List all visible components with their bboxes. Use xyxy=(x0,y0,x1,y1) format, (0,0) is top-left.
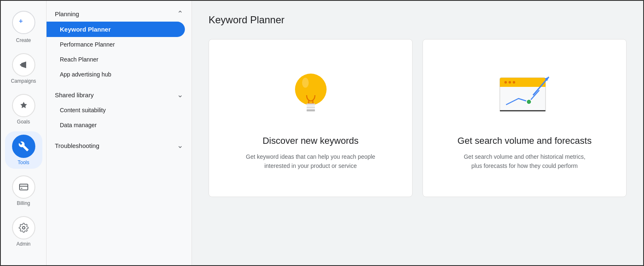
planning-chevron: ⌃ xyxy=(177,9,183,18)
sidebar-item-reach-planner[interactable]: Reach Planner xyxy=(47,52,185,67)
discover-keywords-desc: Get keyword ideas that can help you reac… xyxy=(244,152,377,171)
billing-icon xyxy=(12,175,35,199)
planning-section-header[interactable]: Planning ⌃ xyxy=(47,4,192,22)
troubleshooting-chevron: ⌄ xyxy=(177,141,183,150)
svg-point-17 xyxy=(509,81,511,84)
cards-container: Discover new keywords Get keyword ideas … xyxy=(209,39,627,197)
tools-label: Tools xyxy=(17,160,29,165)
svg-point-5 xyxy=(295,74,327,105)
create-button[interactable]: + xyxy=(12,11,35,34)
discover-keywords-card[interactable]: Discover new keywords Get keyword ideas … xyxy=(209,39,413,197)
shared-library-chevron: ⌄ xyxy=(177,90,183,99)
svg-rect-22 xyxy=(500,110,546,111)
sidebar-item-keyword-planner[interactable]: Keyword Planner xyxy=(47,22,185,37)
svg-point-0 xyxy=(20,64,22,66)
campaigns-icon xyxy=(12,53,35,76)
nav-item-create[interactable]: + Create xyxy=(5,7,42,47)
svg-point-18 xyxy=(513,81,515,84)
page-title: Keyword Planner xyxy=(209,14,627,26)
search-volume-icon-area xyxy=(492,65,558,123)
nav-item-goals[interactable]: Goals xyxy=(5,91,42,128)
search-volume-title: Get search volume and forecasts xyxy=(457,135,592,147)
discover-keywords-icon-area xyxy=(286,65,336,123)
troubleshooting-label: Troubleshooting xyxy=(55,142,99,149)
main-content: Keyword Planner xyxy=(192,1,643,265)
billing-label: Billing xyxy=(17,200,30,206)
svg-rect-10 xyxy=(307,103,315,106)
search-volume-desc: Get search volume and other historical m… xyxy=(458,152,591,171)
sidebar-item-performance-planner[interactable]: Performance Planner xyxy=(47,37,185,52)
lightbulb-icon xyxy=(286,65,336,123)
admin-label: Admin xyxy=(16,241,30,247)
troubleshooting-section-header[interactable]: Troubleshooting ⌄ xyxy=(47,136,192,153)
shared-library-section-header[interactable]: Shared library ⌄ xyxy=(47,85,192,103)
discover-keywords-title: Discover new keywords xyxy=(263,135,359,147)
chart-icon xyxy=(492,65,558,123)
sidebar-item-data-manager[interactable]: Data manager xyxy=(47,118,185,133)
create-label: Create xyxy=(16,37,31,43)
planning-label: Planning xyxy=(55,10,79,17)
svg-rect-15 xyxy=(500,84,546,87)
campaigns-label: Campaigns xyxy=(11,78,36,84)
sidebar-item-content-suitability[interactable]: Content suitability xyxy=(47,103,185,118)
sidebar: Planning ⌃ Keyword Planner Performance P… xyxy=(47,1,192,265)
shared-library-label: Shared library xyxy=(55,91,93,99)
search-volume-forecasts-card[interactable]: Get search volume and forecasts Get sear… xyxy=(423,39,627,197)
svg-rect-12 xyxy=(307,109,315,111)
tools-icon xyxy=(12,135,35,158)
svg-point-16 xyxy=(504,81,507,84)
nav-item-admin[interactable]: Admin xyxy=(5,213,42,250)
svg-rect-11 xyxy=(307,106,315,108)
admin-icon xyxy=(12,216,35,239)
goals-label: Goals xyxy=(17,119,30,125)
sidebar-item-app-advertising-hub[interactable]: App advertising hub xyxy=(47,67,185,82)
svg-rect-1 xyxy=(20,184,28,190)
nav-item-billing[interactable]: Billing xyxy=(5,172,42,209)
nav-item-campaigns[interactable]: Campaigns xyxy=(5,50,42,87)
icon-nav: + Create Campaigns Goals Tools xyxy=(1,1,47,265)
nav-item-tools[interactable]: Tools xyxy=(5,131,42,169)
svg-point-4 xyxy=(22,227,25,229)
goals-icon xyxy=(12,94,35,117)
svg-point-19 xyxy=(526,99,531,104)
svg-point-6 xyxy=(302,78,309,88)
plus-icon: + xyxy=(19,18,28,27)
svg-rect-3 xyxy=(21,188,22,189)
